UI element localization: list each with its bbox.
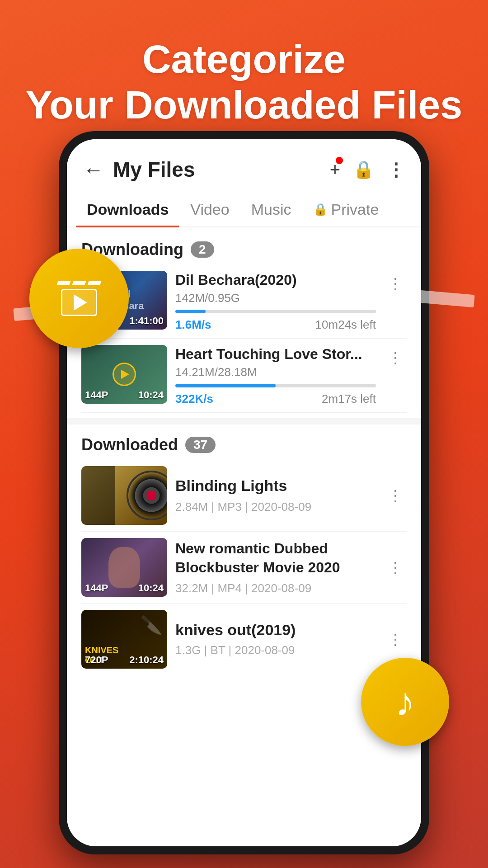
dil-menu[interactable]: ⋮: [384, 271, 407, 296]
floating-music-note: ♪: [361, 658, 449, 746]
dil-title: Dil Bechara(2020): [175, 272, 376, 288]
knives-duration: 2:10:24: [129, 654, 164, 666]
heart-info: Heart Touching Love Stor... 14.21M/28.18…: [175, 345, 376, 406]
phone-frame: ♪ ← My Files + 🔒 ⋮ Downloads Video: [59, 131, 429, 854]
downloading-item-2: 144P 10:24 Heart Touching Love Stor... 1…: [81, 339, 407, 413]
section-divider: [67, 418, 421, 425]
downloaded-header: Downloaded 37: [81, 435, 407, 454]
header-title: My Files: [113, 157, 330, 182]
floating-clapperboard: [29, 249, 129, 348]
app-header: ← My Files + 🔒 ⋮: [67, 139, 421, 193]
tab-video[interactable]: Video: [179, 193, 240, 226]
tab-private[interactable]: 🔒 Private: [302, 193, 390, 226]
dil-size: 142M/0.95G: [175, 291, 376, 305]
downloaded-section: Downloaded 37 Blinding Lights 2.84M | MP…: [67, 425, 421, 675]
heart-menu[interactable]: ⋮: [384, 345, 407, 370]
knives-menu[interactable]: ⋮: [384, 627, 407, 652]
tab-downloads[interactable]: Downloads: [76, 193, 179, 226]
blinding-meta: 2.84M | MP3 | 2020-08-09: [175, 500, 376, 514]
dil-duration: 1:41:00: [129, 315, 164, 327]
romance-thumb[interactable]: 144P 10:24: [81, 538, 167, 597]
header-actions: + 🔒 ⋮: [330, 159, 405, 180]
dil-speed: 1.6M/s: [175, 318, 211, 332]
hero-title: Categorize Your Downloaded Files: [0, 36, 488, 127]
hero-line2: Your Downloaded Files: [26, 82, 462, 127]
heart-duration: 10:24: [138, 389, 164, 401]
romance-quality: 144P: [85, 582, 108, 594]
downloaded-item-2: 144P 10:24 New romantic Dubbed Blockbust…: [81, 532, 407, 604]
more-button[interactable]: ⋮: [387, 159, 405, 180]
hero-line1: Categorize: [142, 37, 346, 81]
downloading-header: Downloading 2: [81, 240, 407, 259]
heart-size: 14.21M/28.18M: [175, 365, 376, 379]
knives-thumb[interactable]: KNIVES OUT 🔪 720P 2:10:24: [81, 610, 167, 669]
knives-title: knives out(2019): [175, 621, 376, 639]
back-button[interactable]: ←: [83, 157, 104, 182]
lock-button[interactable]: 🔒: [353, 160, 374, 179]
downloading-item-1: DilBechara 1:41:00 Dil Bechara(2020) 142…: [81, 264, 407, 339]
romance-duration: 10:24: [138, 582, 164, 594]
romance-info: New romantic Dubbed Blockbuster Movie 20…: [175, 539, 376, 595]
heart-time-left: 2m17s left: [322, 392, 376, 406]
knives-quality: 720P: [85, 654, 108, 666]
downloaded-item-1: Blinding Lights 2.84M | MP3 | 2020-08-09…: [81, 460, 407, 532]
downloaded-count: 37: [185, 437, 216, 453]
romance-meta: 32.2M | MP4 | 2020-08-09: [175, 581, 376, 595]
downloaded-title: Downloaded: [81, 435, 178, 454]
downloading-count: 2: [191, 241, 214, 258]
heart-quality: 144P: [85, 389, 108, 401]
blinding-menu[interactable]: ⋮: [384, 483, 407, 508]
music-thumb-1[interactable]: [81, 466, 167, 525]
heart-progress-bar: [175, 384, 376, 387]
knives-meta: 1.3G | BT | 2020-08-09: [175, 643, 376, 657]
romance-menu[interactable]: ⋮: [384, 555, 407, 580]
tab-music[interactable]: Music: [240, 193, 302, 226]
heart-speed: 322K/s: [175, 392, 213, 406]
tab-bar: Downloads Video Music 🔒 Private: [67, 193, 421, 227]
hero-section: Categorize Your Downloaded Files: [0, 0, 488, 141]
dil-progress-bar: [175, 310, 376, 313]
downloaded-item-3: KNIVES OUT 🔪 720P 2:10:24 knives out(201…: [81, 604, 407, 675]
clapperboard-icon: [57, 281, 101, 316]
add-button[interactable]: +: [330, 160, 340, 180]
blinding-title: Blinding Lights: [175, 477, 376, 495]
heart-title: Heart Touching Love Stor...: [175, 346, 376, 363]
phone-screen: ← My Files + 🔒 ⋮ Downloads Video Music: [67, 139, 421, 846]
knives-info: knives out(2019) 1.3G | BT | 2020-08-09: [175, 621, 376, 657]
blinding-info: Blinding Lights 2.84M | MP3 | 2020-08-09: [175, 477, 376, 514]
heart-thumb[interactable]: 144P 10:24: [81, 345, 167, 404]
dil-info: Dil Bechara(2020) 142M/0.95G 1.6M/s 10m2…: [175, 271, 376, 332]
music-note-icon: ♪: [395, 679, 415, 725]
dil-time-left: 10m24s left: [315, 318, 376, 332]
romance-title: New romantic Dubbed Blockbuster Movie 20…: [175, 539, 376, 577]
